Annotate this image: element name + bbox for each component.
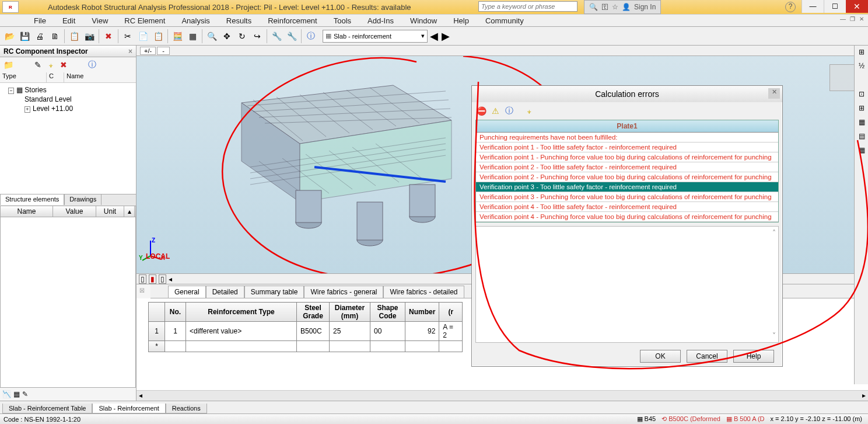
person-icon[interactable]: 👤 <box>622 3 631 11</box>
collapse-icon[interactable]: − <box>8 88 14 94</box>
folder-icon[interactable]: 📁 <box>4 60 13 69</box>
star-icon[interactable]: ☆ <box>612 3 618 11</box>
results-close-icon[interactable]: ☒ <box>139 287 148 296</box>
table-icon[interactable]: ▦ <box>186 29 200 43</box>
table-row[interactable]: * <box>149 341 463 352</box>
chevron-up-icon[interactable]: ˄ <box>772 229 776 237</box>
calc-icon[interactable]: 🧮 <box>170 29 184 43</box>
tree-item[interactable]: Standard Level <box>2 95 134 104</box>
search-input[interactable] <box>478 1 578 12</box>
save-icon[interactable]: 💾 <box>18 29 32 43</box>
col-name[interactable]: Name <box>64 72 136 82</box>
menu-file[interactable]: File <box>26 15 54 27</box>
view-cube[interactable] <box>830 64 856 91</box>
results-scrollbar[interactable]: ◂ ▸ <box>136 390 868 401</box>
camera-icon[interactable]: 📷 <box>82 29 96 43</box>
error-row[interactable]: Verification point 4 - Too little safety… <box>476 202 778 212</box>
help-button[interactable]: Help <box>733 350 774 363</box>
signin-button[interactable]: Sign In <box>634 3 656 11</box>
col-r[interactable]: (r <box>439 303 463 322</box>
minus-button[interactable]: - <box>157 47 170 55</box>
help-icon[interactable]: ? <box>785 2 796 12</box>
error-row[interactable]: Punching requirements have not been fulf… <box>476 133 778 143</box>
menu-window[interactable]: Window <box>402 15 445 27</box>
tab-summary[interactable]: Summary table <box>244 286 304 298</box>
app-logo[interactable]: R <box>2 1 19 13</box>
error-row[interactable]: Verification point 2 - Too little safety… <box>476 162 778 172</box>
dialog-close-icon[interactable]: ✕ <box>768 88 780 99</box>
view-selector[interactable]: ▦ Slab - reinforcement ▾ <box>323 30 428 43</box>
errors-grid-header[interactable]: Plate1 <box>476 120 778 133</box>
col-shape[interactable]: Shape Code <box>370 303 405 322</box>
error-row[interactable]: Verification point 3 - Punching force va… <box>476 192 778 202</box>
clear-icon[interactable]: ✖ <box>60 60 67 69</box>
rt-icon-2[interactable]: ½ <box>856 62 867 74</box>
print-icon[interactable]: 🖨 <box>33 29 47 43</box>
cancel-button[interactable]: Cancel <box>687 350 727 363</box>
report-icon[interactable]: 📋 <box>67 29 81 43</box>
vp-mode1-icon[interactable]: ▯ <box>139 274 146 284</box>
info2-icon[interactable]: ⓘ <box>503 105 515 117</box>
grid-icon[interactable]: ▦ <box>13 390 20 398</box>
tab-reinf-table[interactable]: Slab - Reinforcement Table <box>2 404 92 413</box>
col-unit[interactable]: Unit <box>96 206 124 217</box>
info-icon[interactable]: ⓘ <box>304 29 318 43</box>
menu-reinforcement[interactable]: Reinforcement <box>260 15 326 27</box>
zoom-icon[interactable]: 🔍 <box>205 29 219 43</box>
menu-rc-element[interactable]: RC Element <box>116 15 173 27</box>
minimize-button[interactable]: — <box>802 0 824 13</box>
inspector-tree[interactable]: −▦ Stories Standard Level +Level +11.00 <box>0 83 136 194</box>
col-rowhdr[interactable] <box>149 303 165 322</box>
nav-next-button[interactable]: ▶ <box>440 30 451 43</box>
settings-icon[interactable]: 🔧 <box>270 29 284 43</box>
pencil-icon[interactable]: ✎ <box>22 390 28 398</box>
chart-icon[interactable]: 📉 <box>2 390 11 398</box>
tab-drawings[interactable]: Drawings <box>64 194 102 205</box>
plus-minus-button[interactable]: +/- <box>140 47 156 55</box>
delete-icon[interactable]: ✖ <box>102 29 116 43</box>
property-grid[interactable] <box>0 217 136 388</box>
error-row[interactable]: Verification point 1 - Too little safety… <box>476 143 778 152</box>
menu-analysis[interactable]: Analysis <box>173 15 218 27</box>
pan-icon[interactable]: ✥ <box>220 29 234 43</box>
cut-icon[interactable]: ✂ <box>121 29 135 43</box>
col-type[interactable]: Type <box>0 72 47 82</box>
vp-mode2-icon[interactable]: ▮ <box>149 274 156 284</box>
menu-tools[interactable]: Tools <box>326 15 359 27</box>
mdi-restore-icon[interactable]: ❐ <box>848 16 856 24</box>
tab-reactions[interactable]: Reactions <box>166 404 207 413</box>
copy-icon[interactable]: 📄 <box>136 29 150 43</box>
menu-edit[interactable]: Edit <box>54 15 83 27</box>
filter-icon[interactable]: ⍖ <box>48 60 53 69</box>
help2-icon[interactable]: ⓘ <box>88 60 96 70</box>
dialog-title-bar[interactable]: Calculation errors ✕ <box>472 86 782 102</box>
tab-wf-general[interactable]: Wire fabrics - general <box>304 286 383 298</box>
dialog-comment-area[interactable]: ˄ ˅ <box>475 226 779 343</box>
rt-icon-1[interactable]: ⊞ <box>856 48 867 60</box>
close-button[interactable]: ✕ <box>846 0 868 13</box>
col-value[interactable]: Value <box>53 206 96 217</box>
warning-icon[interactable]: ⚠ <box>489 105 501 117</box>
col-c[interactable]: C <box>47 72 64 82</box>
binoculars-icon[interactable]: 🔍 <box>589 3 598 11</box>
inspector-close-icon[interactable]: × <box>128 47 132 55</box>
nav-prev-button[interactable]: ◀ <box>429 30 439 43</box>
error-row[interactable]: Verification point 3 - Too little safety… <box>476 182 778 192</box>
mdi-minimize-icon[interactable]: — <box>839 16 847 24</box>
scroll-up-icon[interactable]: ▴ <box>124 206 135 217</box>
rt-icon-7[interactable]: ▦ <box>856 146 867 158</box>
tab-detailed[interactable]: Detailed <box>206 286 244 298</box>
tab-slab-reinf[interactable]: Slab - Reinforcement <box>92 404 165 413</box>
results-table[interactable]: No. Reinforcement Type Steel Grade Diame… <box>148 302 463 352</box>
tab-wf-detailed[interactable]: Wire fabrics - detailed <box>383 286 464 298</box>
preview-icon[interactable]: 🗎 <box>48 29 62 43</box>
scroll-left-icon[interactable]: ◂ <box>169 275 172 283</box>
menu-addins[interactable]: Add-Ins <box>359 15 402 27</box>
vp-mode3-icon[interactable]: ▯ <box>159 274 166 284</box>
mdi-close-icon[interactable]: ✕ <box>858 16 866 24</box>
key-icon[interactable]: ⚿ <box>601 3 608 11</box>
error-row[interactable]: Verification point 1 - Punching force va… <box>476 152 778 162</box>
wand-icon[interactable]: ✎ <box>34 60 41 69</box>
menu-view[interactable]: View <box>83 15 116 27</box>
error-row[interactable]: Verification point 2 - Punching force va… <box>476 172 778 182</box>
